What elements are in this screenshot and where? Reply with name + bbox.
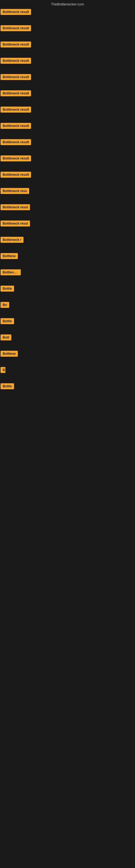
bottleneck-badge-11[interactable]: Bottleneck result — [1, 172, 31, 178]
bottleneck-badge-12[interactable]: Bottleneck resu — [1, 188, 29, 194]
bottleneck-badge-19[interactable]: Bo — [1, 302, 9, 308]
bottleneck-item-7[interactable]: Bottleneck result — [1, 105, 135, 121]
bottleneck-item-4[interactable]: Bottleneck result — [1, 56, 135, 72]
bottleneck-badge-2[interactable]: Bottleneck result — [1, 25, 31, 31]
bottleneck-item-9[interactable]: Bottleneck result — [1, 137, 135, 154]
bottleneck-item-23[interactable]: B — [1, 365, 135, 382]
bottleneck-item-6[interactable]: Bottleneck result — [1, 89, 135, 105]
bottleneck-badge-20[interactable]: Bottle — [1, 318, 14, 324]
bottleneck-badge-16[interactable]: Bottlene — [1, 253, 18, 259]
bottleneck-item-1[interactable]: Bottleneck result — [1, 7, 135, 24]
bottleneck-badge-23[interactable]: B — [1, 367, 5, 373]
items-container: Bottleneck resultBottleneck resultBottle… — [0, 7, 135, 398]
bottleneck-item-3[interactable]: Bottleneck result — [1, 40, 135, 56]
site-header: TheBottlenecker.com — [0, 0, 135, 7]
bottleneck-badge-10[interactable]: Bottleneck result — [1, 155, 31, 161]
bottleneck-badge-21[interactable]: Bott — [1, 335, 11, 340]
bottleneck-item-15[interactable]: Bottleneck r — [1, 235, 135, 251]
bottleneck-badge-18[interactable]: Bottle — [1, 286, 14, 291]
bottleneck-badge-13[interactable]: Bottleneck resul — [1, 204, 30, 210]
bottleneck-item-21[interactable]: Bott — [1, 333, 135, 349]
bottleneck-badge-6[interactable]: Bottleneck result — [1, 90, 31, 96]
bottleneck-badge-22[interactable]: Bottlene — [1, 351, 18, 357]
bottleneck-badge-9[interactable]: Bottleneck result — [1, 139, 31, 145]
bottleneck-item-14[interactable]: Bottleneck resul — [1, 219, 135, 235]
bottleneck-badge-1[interactable]: Bottleneck result — [1, 9, 31, 15]
bottleneck-badge-14[interactable]: Bottleneck resul — [1, 220, 30, 226]
bottleneck-badge-15[interactable]: Bottleneck r — [1, 237, 24, 243]
bottleneck-badge-5[interactable]: Bottleneck result — [1, 74, 31, 80]
bottleneck-badge-3[interactable]: Bottleneck result — [1, 41, 31, 48]
bottleneck-item-12[interactable]: Bottleneck resu — [1, 186, 135, 203]
bottleneck-item-13[interactable]: Bottleneck resul — [1, 203, 135, 219]
bottleneck-item-17[interactable]: Bottleneck — [1, 268, 135, 284]
bottleneck-badge-17[interactable]: Bottleneck — [1, 269, 21, 275]
bottleneck-badge-24[interactable]: Bottle — [1, 383, 14, 389]
bottleneck-item-11[interactable]: Bottleneck result — [1, 170, 135, 186]
bottleneck-item-5[interactable]: Bottleneck result — [1, 72, 135, 89]
bottleneck-item-18[interactable]: Bottle — [1, 284, 135, 300]
bottleneck-badge-7[interactable]: Bottleneck result — [1, 106, 31, 113]
bottleneck-badge-4[interactable]: Bottleneck result — [1, 58, 31, 64]
bottleneck-item-19[interactable]: Bo — [1, 300, 135, 316]
bottleneck-item-16[interactable]: Bottlene — [1, 251, 135, 268]
bottleneck-item-22[interactable]: Bottlene — [1, 349, 135, 365]
bottleneck-item-10[interactable]: Bottleneck result — [1, 154, 135, 170]
bottleneck-item-8[interactable]: Bottleneck result — [1, 121, 135, 137]
bottleneck-item-24[interactable]: Bottle — [1, 382, 135, 398]
bottleneck-item-2[interactable]: Bottleneck result — [1, 24, 135, 40]
bottleneck-item-20[interactable]: Bottle — [1, 316, 135, 333]
bottleneck-badge-8[interactable]: Bottleneck result — [1, 123, 31, 129]
